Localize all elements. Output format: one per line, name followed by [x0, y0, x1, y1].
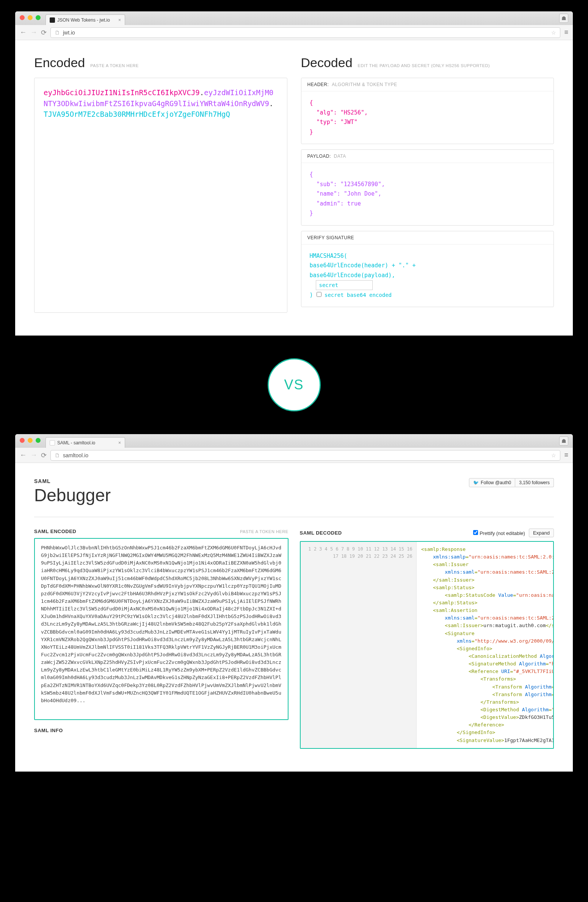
signature-body: HMACSHA256( base64UrlEncode(header) + ".…	[301, 245, 554, 307]
window-controls	[20, 15, 41, 20]
nav-arrows: ← → ⟳	[20, 451, 47, 460]
sig-line: HMACSHA256(	[310, 251, 546, 261]
decoded-title: Decoded	[301, 55, 353, 70]
secret-input[interactable]	[316, 280, 373, 290]
url-text: samltool.io	[63, 452, 88, 458]
vs-badge-wrap: VS	[15, 358, 573, 411]
expand-button[interactable]: Expand	[529, 529, 554, 537]
close-window-button[interactable]	[20, 15, 25, 20]
saml-encoded-hint: PASTE A TOKEN HERE	[240, 529, 289, 534]
sig-line: base64UrlEncode(payload),	[310, 271, 546, 281]
header-json[interactable]: { "alg": "HS256", "typ": "JWT" }	[301, 91, 554, 144]
tab-title: JSON Web Tokens - jwt.io	[57, 17, 110, 23]
window-controls	[20, 438, 41, 443]
twitter-follow: 🐦 Follow @auth0 3,150 followers	[469, 478, 554, 487]
address-bar[interactable]: 🗋 jwt.io ☆	[50, 27, 560, 38]
saml-header-row: SAML Debugger 🐦 Follow @auth0 3,150 foll…	[34, 478, 554, 517]
jwt-browser-window: JSON Web Tokens - jwt.io × ☗ ← → ⟳ 🗋 jwt…	[15, 11, 573, 336]
close-tab-icon[interactable]: ×	[118, 17, 121, 23]
vs-badge: VS	[268, 358, 321, 411]
nav-arrows: ← → ⟳	[20, 28, 47, 37]
encoded-token-input[interactable]: eyJhbGciOiJIUzI1NiIsInR5cCI6IkpXVCJ9.eyJ…	[34, 78, 287, 313]
menu-icon[interactable]: ≡	[564, 28, 568, 36]
payload-panel-label: PAYLOAD: DATA	[301, 150, 554, 163]
bookmark-icon[interactable]: ☆	[551, 452, 556, 458]
favicon-icon	[50, 17, 55, 23]
decoded-heading: Decoded EDIT THE PAYLOAD AND SECRET (ONL…	[301, 55, 554, 70]
jwt-tabstrip: JSON Web Tokens - jwt.io × ☗	[15, 11, 573, 25]
tab-title: SAML - samltool.io	[57, 440, 95, 446]
favicon-icon	[50, 440, 55, 446]
encoded-heading: Encoded PASTE A TOKEN HERE	[34, 55, 287, 70]
profile-icon[interactable]: ☗	[559, 436, 568, 446]
close-window-button[interactable]	[20, 438, 25, 443]
minimize-window-button[interactable]	[28, 438, 33, 443]
header-panel-label: HEADER: ALGORITHM & TOKEN TYPE	[301, 78, 554, 91]
saml-title: Debugger	[34, 485, 111, 505]
browser-tab[interactable]: JSON Web Tokens - jwt.io ×	[45, 14, 125, 25]
saml-browser-window: SAML - samltool.io × ☗ ← → ⟳ 🗋 samltool.…	[15, 434, 573, 772]
header-panel: HEADER: ALGORITHM & TOKEN TYPE { "alg": …	[301, 78, 554, 144]
forward-button[interactable]: →	[30, 451, 37, 460]
jwt-toolbar: ← → ⟳ 🗋 jwt.io ☆ ≡	[15, 25, 573, 40]
encoded-title: Encoded	[34, 55, 85, 70]
saml-sup: SAML	[34, 478, 111, 484]
bookmark-icon[interactable]: ☆	[551, 30, 556, 36]
profile-icon[interactable]: ☗	[559, 14, 568, 23]
saml-xml-body: <samlp:Response xmlns:samlp="urn:oasis:n…	[417, 542, 553, 748]
maximize-window-button[interactable]	[36, 15, 41, 20]
decoded-hint: EDIT THE PAYLOAD AND SECRET (ONLY HS256 …	[358, 63, 490, 68]
browser-tab[interactable]: SAML - samltool.io ×	[45, 437, 125, 448]
page-icon: 🗋	[55, 452, 60, 458]
forward-button[interactable]: →	[30, 28, 37, 37]
reload-button[interactable]: ⟳	[41, 28, 47, 37]
follow-button[interactable]: 🐦 Follow @auth0	[469, 478, 515, 487]
jwt-page: Encoded PASTE A TOKEN HERE eyJhbGciOiJIU…	[15, 40, 573, 336]
saml-toolbar: ← → ⟳ 🗋 samltool.io ☆ ≡	[15, 448, 573, 463]
reload-button[interactable]: ⟳	[41, 451, 47, 460]
saml-decoded-view[interactable]: 1 2 3 4 5 6 7 8 9 10 11 12 13 14 15 16 1…	[300, 541, 554, 749]
line-gutter: 1 2 3 4 5 6 7 8 9 10 11 12 13 14 15 16 1…	[301, 542, 417, 748]
base64-checkbox-label: secret base64 encoded	[325, 292, 392, 298]
encoded-hint: PASTE A TOKEN HERE	[90, 63, 139, 68]
saml-tabstrip: SAML - samltool.io × ☗	[15, 434, 573, 448]
back-button[interactable]: ←	[20, 451, 27, 460]
twitter-icon: 🐦	[473, 480, 479, 485]
saml-info-label: SAML INFO	[34, 728, 289, 733]
back-button[interactable]: ←	[20, 28, 27, 37]
maximize-window-button[interactable]	[36, 438, 41, 443]
payload-json[interactable]: { "sub": "1234567890", "name": "John Doe…	[301, 163, 554, 225]
saml-encoded-input[interactable]: PHNhbWxwOlJlc3BvbnNlIHhtbG5zOnNhbWxwPSJ1…	[34, 538, 289, 720]
saml-page: SAML Debugger 🐦 Follow @auth0 3,150 foll…	[15, 463, 573, 772]
sig-secret-row	[310, 280, 546, 290]
menu-icon[interactable]: ≡	[564, 451, 568, 459]
signature-panel: VERIFY SIGNATURE HMACSHA256( base64UrlEn…	[301, 231, 554, 307]
signature-panel-label: VERIFY SIGNATURE	[301, 231, 554, 245]
url-text: jwt.io	[63, 30, 75, 36]
saml-decoded-label: SAML DECODED	[300, 530, 342, 536]
payload-panel: PAYLOAD: DATA { "sub": "1234567890", "na…	[301, 149, 554, 226]
followers-count[interactable]: 3,150 followers	[515, 478, 554, 487]
sig-line: base64UrlEncode(header) + "." +	[310, 261, 546, 271]
saml-encoded-label: SAML ENCODED	[34, 529, 76, 534]
minimize-window-button[interactable]	[28, 15, 33, 20]
address-bar[interactable]: 🗋 samltool.io ☆	[50, 450, 560, 461]
sig-close-row: ) secret base64 encoded	[310, 290, 546, 300]
close-tab-icon[interactable]: ×	[118, 440, 121, 446]
base64-checkbox[interactable]	[317, 292, 321, 297]
page-icon: 🗋	[55, 30, 60, 36]
prettify-toggle[interactable]: Prettify (not editable)	[473, 530, 525, 536]
prettify-checkbox[interactable]	[473, 530, 478, 535]
